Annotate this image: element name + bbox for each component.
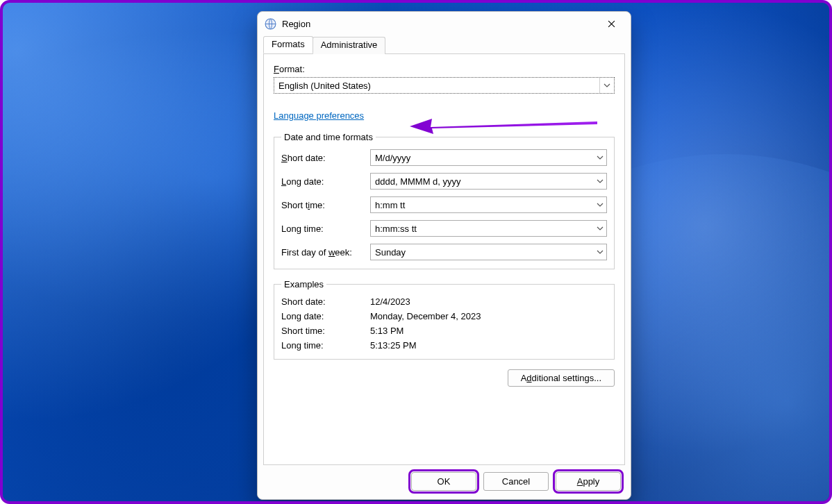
dialog-button-row: OK Cancel Apply <box>258 465 631 499</box>
close-button[interactable] <box>596 14 626 35</box>
close-icon <box>608 20 615 28</box>
date-time-formats-group: Date and time formats Short date: M/d/yy… <box>274 132 615 269</box>
chevron-down-icon <box>594 249 606 255</box>
apply-button[interactable]: Apply <box>556 472 621 491</box>
tab-administrative[interactable]: Administrative <box>313 37 386 54</box>
examples-legend: Examples <box>281 279 326 289</box>
first-day-of-week-label: First day of week: <box>281 247 370 258</box>
example-long-date-label: Long date: <box>281 311 370 321</box>
example-short-time-label: Short time: <box>281 326 370 336</box>
short-time-dropdown[interactable]: h:mm tt <box>370 196 607 213</box>
long-date-dropdown[interactable]: dddd, MMMM d, yyyy <box>370 173 607 190</box>
format-selected-value: English (United States) <box>278 81 599 91</box>
chevron-down-icon <box>594 201 606 208</box>
additional-settings-button[interactable]: Additional settings... <box>508 369 615 387</box>
examples-group: Examples Short date:12/4/2023 Long date:… <box>274 279 615 360</box>
tab-panel-formats: Format: English (United States) Language… <box>263 53 625 465</box>
annotation-arrow <box>410 111 597 135</box>
example-long-time-value: 5:13:25 PM <box>370 340 417 351</box>
window-title: Region <box>282 19 596 29</box>
language-preferences-link[interactable]: Language preferences <box>274 110 364 121</box>
example-short-date-label: Short date: <box>281 296 370 307</box>
chevron-down-icon <box>599 78 614 93</box>
example-short-time-value: 5:13 PM <box>370 326 403 336</box>
ok-button[interactable]: OK <box>411 472 476 491</box>
long-time-label: Long time: <box>281 224 370 234</box>
date-time-formats-legend: Date and time formats <box>281 132 376 142</box>
short-date-label: Short date: <box>281 153 370 163</box>
short-time-label: Short time: <box>281 200 370 210</box>
example-short-date-value: 12/4/2023 <box>370 296 410 307</box>
example-long-date-value: Monday, December 4, 2023 <box>370 311 481 321</box>
short-date-dropdown[interactable]: M/d/yyyy <box>370 149 607 166</box>
long-time-dropdown[interactable]: h:mm:ss tt <box>370 220 607 237</box>
long-date-label: Long date: <box>281 176 370 187</box>
first-day-of-week-dropdown[interactable]: Sunday <box>370 244 607 260</box>
chevron-down-icon <box>594 178 606 185</box>
cancel-button[interactable]: Cancel <box>483 472 549 491</box>
region-dialog: Region Formats Administrative Format: En… <box>257 11 631 500</box>
example-long-time-label: Long time: <box>281 340 370 351</box>
format-dropdown[interactable]: English (United States) <box>274 77 615 94</box>
tab-formats[interactable]: Formats <box>263 36 313 53</box>
region-globe-icon <box>265 18 276 30</box>
tabs: Formats Administrative <box>263 36 625 53</box>
chevron-down-icon <box>594 225 606 232</box>
chevron-down-icon <box>594 154 606 161</box>
titlebar: Region <box>258 12 631 36</box>
format-label: Format: <box>274 64 305 74</box>
